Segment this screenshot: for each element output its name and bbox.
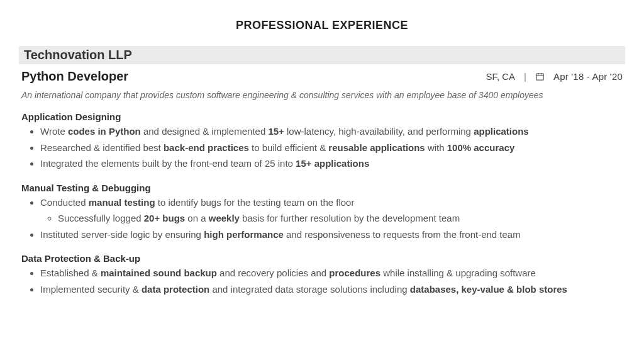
date-range: Apr '18 - Apr '20 — [553, 71, 623, 82]
list-item: Wrote codes in Python and designed & imp… — [40, 125, 625, 139]
calendar-icon — [535, 72, 545, 81]
subheading-data-protection: Data Protection & Back-up — [19, 253, 625, 264]
role-title: Python Developer — [21, 69, 128, 84]
role-meta: SF, CA | Apr '18 - Apr '20 — [486, 71, 623, 82]
list-item: Established & maintained sound backup an… — [40, 266, 625, 281]
bullet-list: Established & maintained sound backup an… — [19, 266, 625, 296]
list-item: Conducted manual testing to identify bug… — [40, 196, 625, 226]
subheading-manual-testing: Manual Testing & Debugging — [19, 183, 625, 193]
section-heading: PROFESSIONAL EXPERIENCE — [19, 19, 625, 32]
company-name: Technovation LLP — [19, 46, 625, 64]
list-item: Integrated the elements built by the fro… — [40, 157, 625, 171]
meta-divider: | — [524, 71, 526, 82]
list-item: Implemented security & data protection a… — [40, 283, 625, 297]
subheading-application-designing: Application Designing — [19, 111, 625, 122]
bullet-list: Conducted manual testing to identify bug… — [19, 196, 625, 242]
list-item: Researched & identified best back-end pr… — [40, 141, 625, 155]
svg-rect-0 — [536, 74, 543, 80]
role-row: Python Developer SF, CA | Apr '18 - Apr … — [19, 69, 625, 84]
bullet-list: Wrote codes in Python and designed & imp… — [19, 125, 625, 171]
list-item: Successfully logged 20+ bugs on a weekly… — [58, 211, 625, 226]
company-summary: An international company that provides c… — [19, 90, 625, 100]
sub-bullet-list: Successfully logged 20+ bugs on a weekly… — [40, 211, 625, 226]
list-item: Instituted server-side logic by ensuring… — [40, 228, 625, 242]
location: SF, CA — [486, 71, 515, 82]
